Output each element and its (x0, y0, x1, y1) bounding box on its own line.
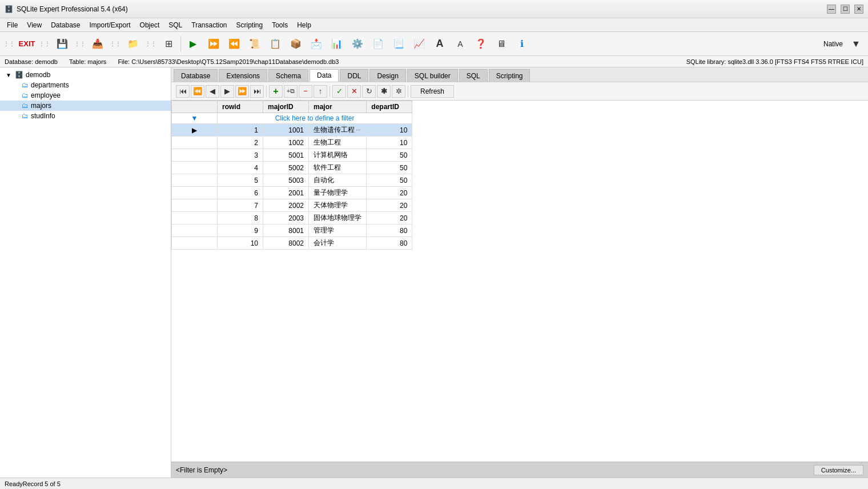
cell-departid-10[interactable]: 80 (367, 237, 412, 250)
col-header-departid[interactable]: departID (367, 101, 412, 113)
cell-departid-6[interactable]: 20 (367, 187, 412, 199)
window-button[interactable]: 🖥 (492, 34, 511, 54)
cell-rowid-2[interactable]: 2 (218, 137, 263, 149)
menu-item-file[interactable]: File (2, 20, 22, 30)
cell-departid-5[interactable]: 50 (367, 174, 412, 187)
minimize-button[interactable]: — (827, 5, 836, 14)
exit-button[interactable]: EXIT (17, 34, 37, 54)
toolbar-overflow-3[interactable]: ⋮⋮ (73, 39, 87, 48)
table-row[interactable]: ▶11001生物遗传工程···10 (172, 124, 412, 137)
cell-departid-1[interactable]: 10 (367, 124, 412, 137)
tree-root[interactable]: ▼ 🗄️ demodb (0, 70, 171, 80)
cell-majorid-4[interactable]: 5002 (263, 162, 309, 174)
import-button[interactable]: 📥 (88, 34, 107, 54)
cell-rowid-6[interactable]: 6 (218, 187, 263, 199)
cell-major-3[interactable]: 计算机网络 (309, 149, 367, 162)
col-header-major[interactable]: major (309, 101, 367, 113)
cell-rowid-7[interactable]: 7 (218, 199, 263, 212)
cell-major-9[interactable]: 管理学 (309, 225, 367, 237)
script-button[interactable]: 📜 (245, 34, 264, 54)
step-back-button[interactable]: ⏪ (224, 34, 244, 54)
refresh-button[interactable]: Refresh (411, 85, 454, 98)
menu-item-help[interactable]: Help (292, 20, 316, 30)
toolbar-overflow-4[interactable]: ⋮⋮ (108, 39, 122, 48)
cell-departid-2[interactable]: 10 (367, 137, 412, 149)
add-record-button[interactable]: + (269, 85, 283, 98)
cancel-edit-button[interactable]: ✕ (347, 85, 361, 98)
cell-major-8[interactable]: 固体地球物理学 (309, 212, 367, 225)
menu-item-view[interactable]: View (22, 20, 46, 30)
cell-majorid-10[interactable]: 8002 (263, 237, 309, 250)
table-row[interactable]: 45002软件工程50 (172, 162, 412, 174)
step-forward-button[interactable]: ⏩ (204, 34, 223, 54)
cell-rowid-3[interactable]: 3 (218, 149, 263, 162)
table-row[interactable]: 72002天体物理学20 (172, 199, 412, 212)
close-button[interactable]: ✕ (854, 5, 863, 14)
font-up-button[interactable]: A (430, 34, 449, 54)
tab-extensions[interactable]: Extensions (219, 69, 267, 82)
cell-majorid-2[interactable]: 1002 (263, 137, 309, 149)
col-header-rowid[interactable]: rowid (218, 101, 263, 113)
sidebar-item-majors[interactable]: 🗂 majors (0, 101, 171, 111)
toolbar-overflow-1[interactable]: ⋮⋮ (2, 39, 16, 48)
cell-departid-9[interactable]: 80 (367, 225, 412, 237)
move-up-button[interactable]: ↑ (314, 85, 327, 98)
cell-departid-7[interactable]: 20 (367, 199, 412, 212)
cell-major-10[interactable]: 会计学 (309, 237, 367, 250)
ellipsis-button[interactable]: ··· (355, 127, 361, 133)
grid-button[interactable]: ⊞ (159, 34, 178, 54)
col-header-majorid[interactable]: majorID (263, 101, 309, 113)
cell-departid-3[interactable]: 50 (367, 149, 412, 162)
add-copy-button[interactable]: +⧉ (284, 85, 298, 98)
tab-sql-builder[interactable]: SQL builder (407, 69, 458, 82)
filter-placeholder[interactable]: Click here to define a filter (218, 113, 412, 124)
cell-major-2[interactable]: 生物工程 (309, 137, 367, 149)
cell-rowid-4[interactable]: 4 (218, 162, 263, 174)
table-row[interactable]: 21002生物工程10 (172, 137, 412, 149)
nav-prev-button[interactable]: ◀ (206, 85, 219, 98)
page2-button[interactable]: 📃 (389, 34, 408, 54)
nav-first-button[interactable]: ⏮ (176, 85, 190, 98)
menu-item-transaction[interactable]: Transaction (187, 20, 231, 30)
cell-majorid-7[interactable]: 2002 (263, 199, 309, 212)
table-row[interactable]: 35001计算机网络50 (172, 149, 412, 162)
cell-major-6[interactable]: 量子物理学 (309, 187, 367, 199)
tab-sql[interactable]: SQL (459, 69, 488, 82)
tab-scripting[interactable]: Scripting (489, 69, 531, 82)
asterisk-button[interactable]: ✱ (377, 85, 391, 98)
cell-rowid-10[interactable]: 10 (218, 237, 263, 250)
cell-majorid-8[interactable]: 2003 (263, 212, 309, 225)
sidebar-item-studinfo[interactable]: 🗂 studInfo (0, 111, 171, 121)
delete-record-button[interactable]: − (299, 85, 312, 98)
toolbar-overflow-5[interactable]: ⋮⋮ (144, 39, 158, 48)
cell-major-7[interactable]: 天体物理学 (309, 199, 367, 212)
script2-button[interactable]: 📋 (266, 34, 285, 54)
tab-schema[interactable]: Schema (268, 69, 308, 82)
tree-expand-root[interactable]: ▼ (5, 72, 13, 78)
cell-majorid-3[interactable]: 5001 (263, 149, 309, 162)
cell-major-5[interactable]: 自动化 (309, 174, 367, 187)
tab-database[interactable]: Database (174, 69, 218, 82)
menu-item-sql[interactable]: SQL (164, 20, 187, 30)
cell-rowid-5[interactable]: 5 (218, 174, 263, 187)
table-row[interactable]: 108002会计学80 (172, 237, 412, 250)
export-button[interactable]: 📦 (286, 34, 306, 54)
cell-majorid-5[interactable]: 5003 (263, 174, 309, 187)
table-row[interactable]: 98001管理学80 (172, 225, 412, 237)
nav-prev-fast-button[interactable]: ⏪ (191, 85, 204, 98)
menu-item-tools[interactable]: Tools (267, 20, 292, 30)
tab-ddl[interactable]: DDL (340, 69, 368, 82)
nav-next-fast-button[interactable]: ⏩ (235, 85, 249, 98)
font-down-button[interactable]: A (451, 34, 470, 54)
tab-data[interactable]: Data (310, 69, 339, 82)
play-button[interactable]: ▶ (183, 34, 203, 54)
cell-major-1[interactable]: 生物遗传工程··· (309, 124, 367, 137)
nav-next-button[interactable]: ▶ (220, 85, 234, 98)
cell-departid-8[interactable]: 20 (367, 212, 412, 225)
menu-item-object[interactable]: Object (135, 20, 164, 30)
cell-majorid-1[interactable]: 1001 (263, 124, 309, 137)
new-folder-button[interactable]: 📁 (123, 34, 143, 54)
cell-rowid-9[interactable]: 9 (218, 225, 263, 237)
cell-majorid-6[interactable]: 2001 (263, 187, 309, 199)
data-grid-wrapper[interactable]: rowid majorID major departID ▼ Click her… (171, 101, 868, 462)
